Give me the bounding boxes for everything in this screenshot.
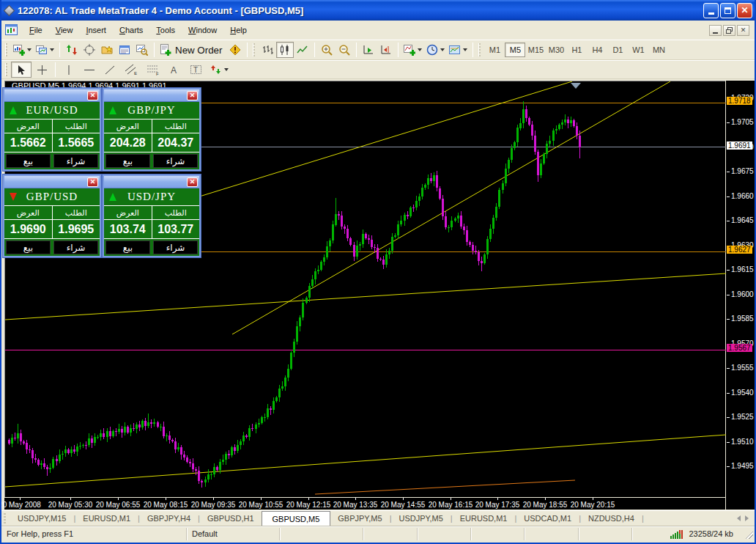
app-icon (4, 5, 14, 15)
quote-panel-close-button[interactable]: ✕ (187, 91, 198, 100)
timeframe-m5-button[interactable]: M5 (505, 43, 525, 57)
toolbar-grip[interactable] (5, 63, 7, 76)
line-chart-button[interactable] (294, 42, 311, 58)
sell-button[interactable]: بيع (6, 240, 51, 254)
timeframe-m15-button[interactable]: M15 (525, 43, 546, 57)
menu-charts[interactable]: Charts (113, 23, 149, 37)
zoom-out-button[interactable] (336, 42, 353, 58)
time-axis[interactable]: 20 May 200820 May 05:3020 May 06:5520 Ma… (4, 498, 725, 510)
chart-shift-button[interactable] (377, 42, 395, 58)
chart-tab-gbpjpy-m5[interactable]: GBPJPY,M5 (330, 511, 389, 526)
toolbar-grip[interactable] (253, 43, 255, 56)
quote-panel-titlebar[interactable]: ✕ (104, 89, 199, 102)
toolbar-separator (472, 43, 473, 57)
quote-panel-titlebar[interactable]: ✕ (4, 176, 100, 188)
timeframe-w1-button[interactable]: W1 (628, 43, 648, 57)
title-bar[interactable]: 122078: AL Trade MetaTrader 4 - Demo Acc… (0, 0, 756, 21)
timeframe-mn-button[interactable]: MN (648, 43, 669, 57)
crosshair-tool-button[interactable] (32, 62, 52, 78)
bar-chart-button[interactable] (259, 42, 276, 58)
arrows-tool-button[interactable] (207, 62, 231, 78)
menu-window[interactable]: Window (182, 23, 223, 37)
line-chart-icon (297, 44, 308, 56)
quote-panel-close-button[interactable]: ✕ (87, 177, 98, 187)
text-tool-button[interactable]: A (164, 62, 185, 78)
buy-button[interactable]: شراء (153, 240, 198, 254)
templates-button[interactable] (447, 42, 470, 58)
profiles-button[interactable] (34, 42, 56, 58)
child-restore-button[interactable] (723, 25, 735, 36)
trendline-tool-button[interactable] (100, 62, 120, 78)
chart-plus-icon (13, 44, 25, 56)
navigator-button[interactable] (98, 42, 116, 58)
chart-tab-eurusd-m1[interactable]: EURUSD,M1 (75, 511, 138, 526)
expert-advisors-button[interactable] (226, 42, 244, 58)
new-order-button[interactable]: New Order (158, 42, 226, 58)
menu-tools[interactable]: Tools (149, 23, 182, 37)
price-tick-label: 1.9600 (731, 290, 754, 298)
sell-button[interactable]: بيع (6, 154, 51, 168)
text-label-tool-button[interactable]: T (185, 62, 207, 78)
tabbar-grip[interactable] (4, 513, 6, 523)
tab-scroll-left-icon[interactable] (737, 515, 741, 521)
child-close-button[interactable]: ✕ (737, 25, 749, 36)
periods-button[interactable] (424, 42, 447, 58)
timeframe-d1-button[interactable]: D1 (607, 43, 628, 57)
fibonacci-tool-button[interactable]: F (142, 62, 164, 78)
buy-button[interactable]: شراء (53, 240, 98, 254)
menu-insert[interactable]: Insert (79, 23, 113, 37)
cursor-tool-button[interactable] (11, 62, 32, 78)
chart-tab-gbpusd-h1[interactable]: GBPUSD,H1 (200, 511, 262, 526)
toolbar-grip[interactable] (5, 43, 7, 56)
quote-panel-close-button[interactable]: ✕ (187, 177, 198, 187)
vertical-line-tool-button[interactable] (59, 62, 79, 78)
indicators-button[interactable] (401, 42, 424, 58)
buy-button[interactable]: شراء (153, 154, 198, 168)
menu-view[interactable]: View (49, 23, 80, 37)
strategy-tester-button[interactable] (133, 42, 151, 58)
market-watch-button[interactable] (63, 42, 81, 58)
buy-button[interactable]: شراء (53, 154, 98, 168)
menu-help[interactable]: Help (223, 23, 253, 37)
new-chart-button[interactable] (11, 42, 34, 58)
chart-tab-usdjpy-m5[interactable]: USDJPY,M5 (391, 511, 450, 526)
current-price-label: 1.9691 (727, 141, 752, 150)
toolbar-standard: New Order (1, 40, 755, 60)
sell-button[interactable]: بيع (105, 240, 150, 254)
quote-panel-close-button[interactable]: ✕ (87, 91, 98, 100)
zoom-in-button[interactable] (318, 42, 336, 58)
quote-panel-gbpusd: ✕GBP/USDالعرضالطلب1.96901.9695بيعشراء (3, 174, 101, 257)
data-window-button[interactable] (81, 42, 98, 58)
chart-tab-nzdusd-h4[interactable]: NZDUSD,H4 (581, 511, 642, 526)
chart-tab-gbpusd-m5[interactable]: GBPUSD,M5 (262, 511, 331, 526)
maximize-button[interactable] (720, 3, 735, 18)
channel-tool-button[interactable]: E (120, 62, 142, 78)
chart-tab-gbpjpy-h4[interactable]: GBPJPY,H4 (140, 511, 198, 526)
auto-scroll-button[interactable] (360, 42, 377, 58)
price-axis[interactable]: 1.97201.97051.96901.96751.96601.96451.96… (726, 81, 755, 510)
quote-panel-usdjpy: ✕USD/JPYالعرضالطلب103.74103.77بيعشراء (103, 174, 201, 257)
timeframe-h1-button[interactable]: H1 (566, 43, 587, 57)
crosshair-target-icon (84, 44, 95, 56)
close-button[interactable]: ✕ (737, 3, 752, 18)
resize-grip[interactable] (744, 529, 753, 539)
candlestick-chart-button[interactable] (276, 42, 294, 58)
timeframe-h4-button[interactable]: H4 (587, 43, 607, 57)
terminal-button[interactable] (116, 42, 133, 58)
timeframe-m30-button[interactable]: M30 (546, 43, 566, 57)
chart-tab-eurusd-m1[interactable]: EURUSD,M1 (453, 511, 515, 526)
child-minimize-button[interactable] (709, 25, 722, 36)
menu-file[interactable]: File (23, 23, 49, 37)
tab-scroll-right-icon[interactable] (745, 515, 749, 521)
toolbar-grip[interactable] (478, 43, 481, 56)
quote-panel-titlebar[interactable]: ✕ (4, 89, 100, 102)
horizontal-line-tool-button[interactable] (79, 62, 100, 78)
minimize-button[interactable] (703, 3, 719, 18)
timeframe-m1-button[interactable]: M1 (484, 43, 505, 57)
sell-button[interactable]: بيع (105, 154, 150, 168)
chart-tab-usdjpy-m15[interactable]: USDJPY,M15 (10, 511, 73, 526)
new-order-icon (160, 44, 171, 56)
quote-panel-titlebar[interactable]: ✕ (104, 176, 199, 188)
chart-tab-usdcad-m1[interactable]: USDCAD,M1 (516, 511, 579, 526)
level-price-label: 1.9718 (727, 97, 752, 105)
